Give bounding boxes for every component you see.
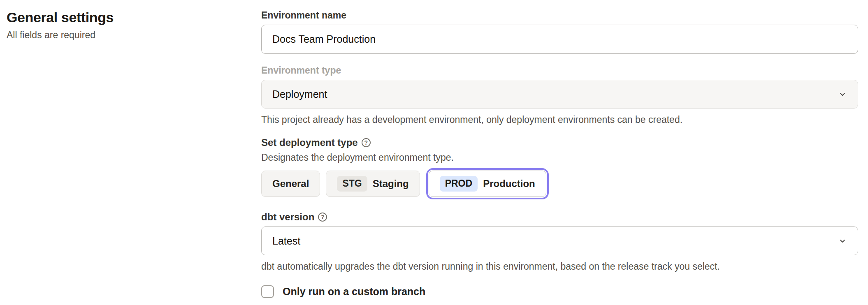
dbt-version-value: Latest <box>272 235 300 247</box>
environment-name-label: Environment name <box>261 9 858 21</box>
deployment-type-general-button[interactable]: General <box>261 171 320 197</box>
custom-branch-checkbox[interactable] <box>261 285 274 298</box>
help-icon[interactable]: ? <box>318 213 327 222</box>
environment-type-helper: This project already has a development e… <box>261 113 858 126</box>
settings-summary-column: General settings All fields are required <box>0 0 255 305</box>
environment-name-input[interactable] <box>261 25 858 54</box>
deployment-type-general-label: General <box>272 178 309 189</box>
environment-type-label: Environment type <box>261 64 858 76</box>
dbt-version-select[interactable]: Latest <box>261 226 858 255</box>
chevron-down-icon <box>838 236 847 245</box>
production-badge: PROD <box>440 176 478 192</box>
deployment-type-staging-button[interactable]: STG Staging <box>326 171 420 197</box>
chevron-down-icon <box>838 90 847 99</box>
staging-badge: STG <box>337 176 367 192</box>
deployment-type-helper: Designates the deployment environment ty… <box>261 151 858 164</box>
deployment-type-staging-label: Staging <box>373 178 409 189</box>
deployment-type-label: Set deployment type <box>261 136 358 149</box>
help-icon[interactable]: ? <box>362 138 371 147</box>
custom-branch-row: Only run on a custom branch <box>261 285 858 298</box>
deployment-type-options: General STG Staging PROD Production <box>261 169 858 199</box>
settings-form: Environment name Environment type Deploy… <box>255 0 868 305</box>
environment-type-select: Deployment <box>261 80 858 109</box>
general-settings-page: General settings All fields are required… <box>0 0 868 305</box>
custom-branch-label: Only run on a custom branch <box>283 285 425 298</box>
dbt-version-helper: dbt automatically upgrades the dbt versi… <box>261 260 858 273</box>
deployment-type-production-label: Production <box>483 178 535 189</box>
environment-type-value: Deployment <box>272 88 327 100</box>
page-title: General settings <box>7 8 255 26</box>
deployment-type-production-button[interactable]: PROD Production <box>429 171 546 197</box>
dbt-version-label: dbt version <box>261 211 314 223</box>
page-subtitle: All fields are required <box>7 29 255 41</box>
